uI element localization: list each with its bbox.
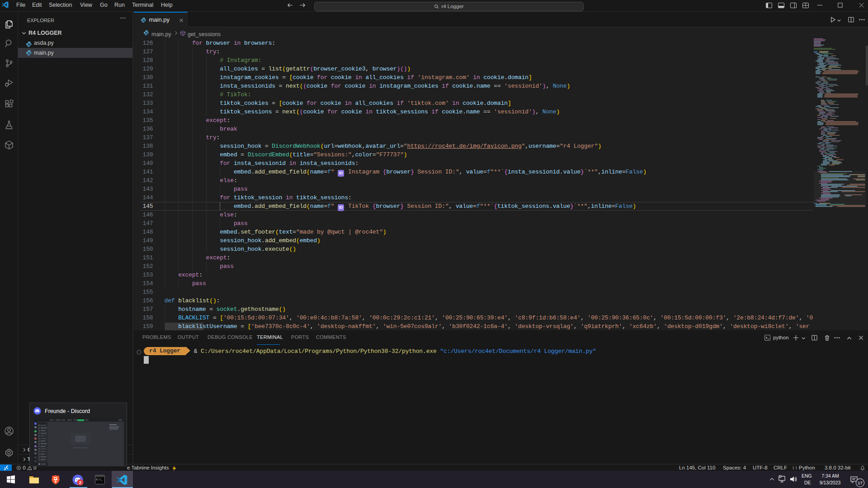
svg-text:2: 2 [79,480,81,485]
svg-text:17: 17 [858,480,863,485]
svg-text:C:\_: C:\_ [96,478,103,481]
